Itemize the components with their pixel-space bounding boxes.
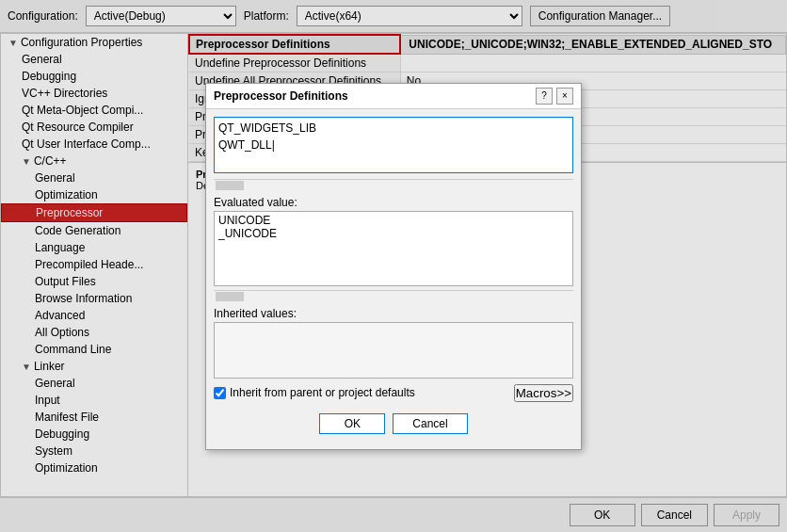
modal-help-button[interactable]: ? — [536, 88, 553, 105]
edit-box-inner: QT_WIDGETS_LIB QWT_DLL — [215, 118, 572, 155]
edit-hscroll[interactable] — [214, 179, 573, 192]
eval-hscroll[interactable] — [214, 290, 573, 303]
modal-body: QT_WIDGETS_LIB QWT_DLL Evaluated value: … — [206, 109, 581, 449]
inherited-label: Inherited values: — [214, 307, 573, 320]
evaluated-label: Evaluated value: — [214, 196, 573, 209]
modal-controls: ? × — [536, 88, 573, 105]
modal-close-button[interactable]: × — [556, 88, 573, 105]
modal-title: Preprocessor Definitions — [214, 89, 348, 103]
modal-footer: OK Cancel — [214, 410, 573, 442]
inherited-box — [214, 322, 573, 379]
edit-box[interactable]: QT_WIDGETS_LIB QWT_DLL — [214, 117, 573, 173]
inherit-checkbox-label: Inherit from parent or project defaults — [214, 386, 415, 399]
evaluated-box: UNICODE _UNICODE — [214, 211, 573, 286]
edit-line-1: QWT_DLL — [218, 137, 569, 153]
checkbox-row: Inherit from parent or project defaults … — [214, 384, 573, 402]
eval-line-1: _UNICODE — [218, 227, 569, 240]
inherit-checkbox[interactable] — [214, 387, 226, 399]
eval-hscroll-thumb — [216, 292, 244, 301]
modal-cancel-button[interactable]: Cancel — [393, 413, 467, 434]
preprocessor-definitions-dialog: Preprocessor Definitions ? × QT_WIDGETS_… — [205, 83, 582, 450]
modal-title-bar: Preprocessor Definitions ? × — [206, 84, 581, 109]
macros-button[interactable]: Macros>> — [514, 384, 573, 402]
evaluated-box-inner: UNICODE _UNICODE — [215, 212, 572, 242]
inherit-label-text: Inherit from parent or project defaults — [230, 386, 415, 399]
edit-hscroll-thumb — [216, 181, 244, 190]
edit-line-0: QT_WIDGETS_LIB — [218, 120, 569, 137]
modal-overlay: Preprocessor Definitions ? × QT_WIDGETS_… — [0, 0, 787, 532]
eval-line-0: UNICODE — [218, 214, 569, 227]
modal-ok-button[interactable]: OK — [319, 413, 385, 434]
